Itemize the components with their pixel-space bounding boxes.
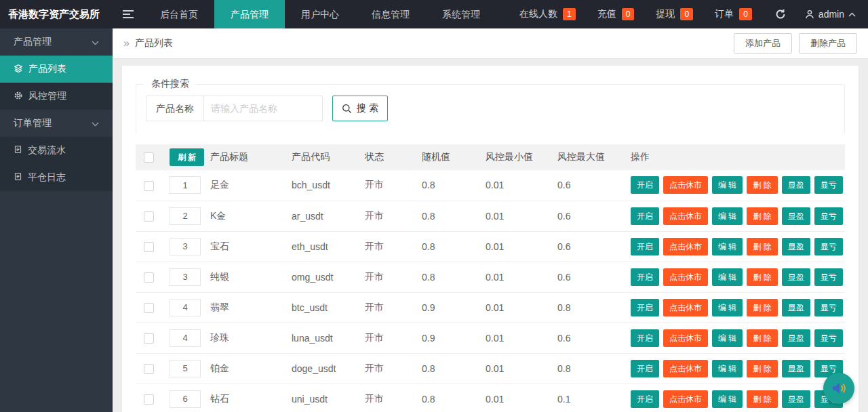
pause-market-button[interactable]: 点击休市 (663, 176, 708, 194)
open-button[interactable]: 开启 (631, 207, 659, 225)
sidebar-item-风控管理[interactable]: 风控管理 (0, 83, 113, 110)
show-profit-button[interactable]: 显盈 (782, 390, 810, 408)
sidebar-item-平仓日志[interactable]: 平仓日志 (0, 164, 113, 191)
show-profit-button[interactable]: 显盈 (782, 176, 810, 194)
row-checkbox[interactable] (144, 333, 154, 344)
pause-market-button[interactable]: 点击休市 (663, 207, 708, 225)
select-all-checkbox[interactable] (144, 152, 154, 163)
show-loss-button[interactable]: 显亏 (814, 238, 843, 255)
product-title-cell: 翡翠 (202, 292, 283, 323)
search-button[interactable]: 搜 索 (332, 96, 388, 121)
sort-order-input[interactable] (170, 176, 201, 194)
row-checkbox[interactable] (144, 242, 154, 252)
edit-button[interactable]: 编 辑 (712, 176, 743, 194)
risk-min-cell: 0.01 (477, 323, 549, 353)
edit-button[interactable]: 编 辑 (712, 268, 743, 286)
show-profit-button[interactable]: 显盈 (782, 268, 810, 286)
sort-order-input[interactable] (170, 268, 201, 286)
nav-item-用户中心[interactable]: 用户中心 (285, 0, 355, 28)
add-product-button[interactable]: 添加产品 (734, 33, 792, 54)
sort-order-input[interactable] (170, 329, 201, 347)
delete-button[interactable]: 删 除 (747, 299, 777, 316)
open-button[interactable]: 开启 (631, 329, 659, 347)
show-profit-button[interactable]: 显盈 (782, 207, 810, 225)
nav-item-产品管理[interactable]: 产品管理 (214, 0, 285, 28)
delete-button[interactable]: 删 除 (747, 360, 777, 377)
stat-withdraw[interactable]: 提现0 (645, 8, 704, 20)
show-loss-button[interactable]: 显亏 (814, 329, 843, 347)
nav-item-信息管理[interactable]: 信息管理 (355, 0, 426, 28)
show-loss-button[interactable]: 显亏 (814, 207, 843, 225)
nav-item-后台首页[interactable]: 后台首页 (144, 0, 214, 28)
show-loss-button[interactable]: 显亏 (814, 268, 843, 286)
stat-order[interactable]: 订单0 (704, 8, 763, 20)
row-checkbox[interactable] (144, 303, 154, 313)
show-loss-button[interactable]: 显亏 (814, 176, 843, 194)
sort-order-input[interactable] (170, 390, 201, 408)
sidebar-item-交易流水[interactable]: 交易流水 (0, 137, 113, 164)
menu-toggle-icon[interactable] (113, 0, 144, 28)
open-button[interactable]: 开启 (631, 360, 659, 377)
edit-button[interactable]: 编 辑 (712, 390, 743, 408)
row-checkbox[interactable] (144, 272, 154, 283)
show-profit-button[interactable]: 显盈 (782, 329, 810, 347)
open-button[interactable]: 开启 (631, 268, 659, 286)
pause-market-button[interactable]: 点击休市 (663, 238, 708, 255)
pause-market-button[interactable]: 点击休市 (663, 390, 708, 408)
edit-button[interactable]: 编 辑 (712, 360, 743, 377)
delete-button[interactable]: 删 除 (747, 329, 777, 347)
show-profit-button[interactable]: 显盈 (782, 360, 810, 377)
stat-recharge[interactable]: 充值0 (587, 8, 646, 20)
sort-order-input[interactable] (170, 207, 201, 225)
delete-button[interactable]: 删 除 (747, 390, 777, 408)
edit-button[interactable]: 编 辑 (712, 299, 743, 316)
sidebar-item-产品列表[interactable]: 产品列表 (0, 56, 113, 83)
edit-button[interactable]: 编 辑 (712, 238, 743, 255)
show-loss-button[interactable]: 显亏 (814, 299, 843, 316)
status-cell: 开市 (357, 353, 414, 384)
open-button[interactable]: 开启 (631, 390, 659, 408)
stat-label: 充值 (597, 8, 616, 20)
pause-market-button[interactable]: 点击休市 (663, 299, 708, 316)
user-menu[interactable]: admin (798, 9, 868, 20)
table-row: 翡翠btc_usdt开市0.90.010.8开启点击休市编 辑删 除显盈显亏 (136, 292, 845, 323)
open-button[interactable]: 开启 (631, 176, 659, 194)
refresh-button[interactable] (763, 9, 798, 20)
chevron-down-icon (92, 118, 99, 129)
sort-order-input[interactable] (170, 360, 201, 377)
delete-button[interactable]: 删 除 (747, 176, 777, 194)
actions-cell-wrap: 开启点击休市编 辑删 除显盈显亏 (623, 323, 845, 353)
product-name-input[interactable] (203, 96, 323, 121)
row-checkbox[interactable] (144, 364, 154, 374)
row-actions: 开启点击休市编 辑删 除显盈显亏 (631, 238, 837, 255)
sidebar-group-产品管理[interactable]: 产品管理 (0, 28, 113, 56)
open-button[interactable]: 开启 (631, 299, 659, 316)
edit-button[interactable]: 编 辑 (712, 207, 743, 225)
pause-market-button[interactable]: 点击休市 (663, 268, 708, 286)
random-value-cell: 0.8 (414, 384, 477, 412)
risk-max-cell: 0.8 (549, 353, 623, 384)
sort-order-input[interactable] (170, 299, 201, 316)
delete-product-button[interactable]: 删除产品 (799, 33, 857, 54)
table-row: 铂金doge_usdt开市0.80.010.8开启点击休市编 辑删 除显盈显亏 (136, 353, 845, 384)
row-checkbox[interactable] (144, 181, 154, 191)
stat-online[interactable]: 在线人数1 (509, 8, 587, 20)
show-profit-button[interactable]: 显盈 (782, 299, 810, 316)
edit-button[interactable]: 编 辑 (712, 329, 743, 347)
refresh-table-button[interactable]: 刷 新 (170, 148, 204, 166)
sort-order-input[interactable] (170, 238, 201, 255)
sidebar-group-订单管理[interactable]: 订单管理 (0, 110, 113, 137)
pause-market-button[interactable]: 点击休市 (663, 329, 708, 347)
open-button[interactable]: 开启 (631, 238, 659, 255)
delete-button[interactable]: 删 除 (747, 238, 777, 255)
row-checkbox[interactable] (144, 211, 154, 222)
delete-button[interactable]: 删 除 (747, 207, 777, 225)
risk-max-cell: 0.1 (549, 384, 623, 412)
pause-market-button[interactable]: 点击休市 (663, 360, 708, 377)
random-value-cell: 0.8 (414, 231, 477, 262)
show-profit-button[interactable]: 显盈 (782, 238, 810, 255)
nav-item-系统管理[interactable]: 系统管理 (426, 0, 496, 28)
delete-button[interactable]: 删 除 (747, 268, 777, 286)
row-checkbox[interactable] (144, 394, 154, 405)
announcement-float-button[interactable] (823, 373, 854, 404)
